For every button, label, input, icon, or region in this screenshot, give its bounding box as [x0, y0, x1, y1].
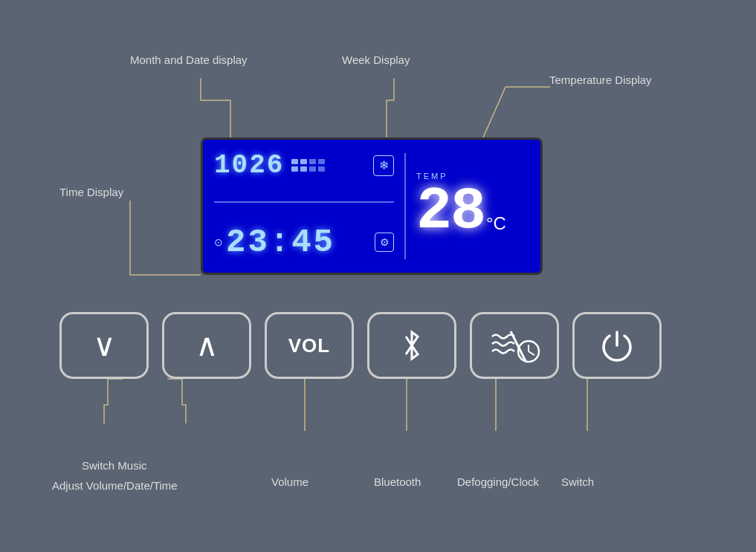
switch-label: Switch [561, 475, 594, 488]
snowflake-icon: ❄ [373, 155, 394, 176]
time-display-label: Time Display [59, 186, 123, 198]
down-button[interactable]: ∨ [59, 312, 149, 379]
svg-line-7 [529, 351, 534, 355]
temp-unit: °C [486, 213, 506, 234]
settings-icon: ⚙ [375, 233, 394, 252]
chevron-down-icon: ∨ [93, 330, 116, 361]
temp-value: 28 [416, 182, 485, 241]
clock-icon: ⊙ [214, 236, 223, 248]
defogging-button[interactable] [470, 312, 559, 379]
bluetooth-icon [398, 328, 425, 363]
power-icon [601, 329, 633, 362]
up-button[interactable]: ∧ [162, 312, 251, 379]
adjust-volume-label: Adjust Volume/Date/Time [52, 479, 178, 492]
temp-display: 28 °C [416, 182, 506, 241]
lcd-main-time: 23:45 [226, 224, 335, 261]
lcd-display: 1026 ❄ ⊙ 23:45 [201, 137, 543, 275]
volume-label: Volume [271, 475, 308, 488]
defogging-clock-label: Defogging/Clock [457, 475, 539, 488]
power-button[interactable] [572, 312, 662, 379]
lcd-date: 1026 [214, 150, 284, 181]
week-display-label: Week Display [342, 53, 410, 66]
vol-label: VOL [288, 334, 330, 357]
month-date-label: Month and Date display [130, 53, 248, 66]
chevron-up-icon: ∧ [196, 330, 219, 361]
defog-icon [488, 325, 540, 366]
temperature-display-label: Temperature Display [549, 74, 652, 86]
buttons-row: ∨ ∧ VOL [59, 312, 662, 379]
switch-music-label: Switch Music [82, 459, 147, 472]
volume-button[interactable]: VOL [265, 312, 354, 379]
svg-line-4 [511, 331, 526, 361]
bluetooth-button[interactable] [367, 312, 456, 379]
bluetooth-label: Bluetooth [374, 475, 421, 488]
